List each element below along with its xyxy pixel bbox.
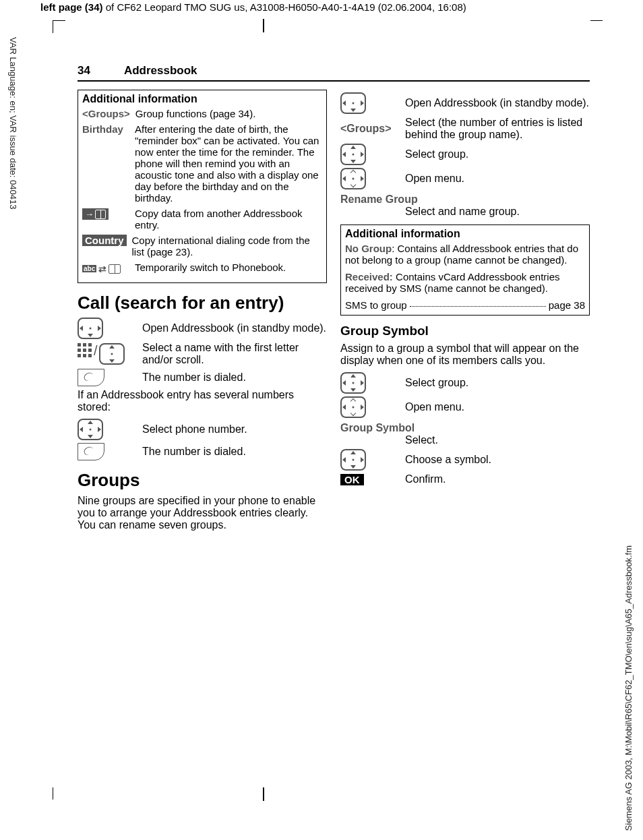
step-row: The number is dialed.: [78, 369, 327, 386]
info-val: Group functions (page 34).: [135, 108, 322, 119]
step-row: The number is dialed.: [78, 443, 327, 460]
step-text: Open menu.: [405, 173, 590, 185]
groups-paragraph: Nine groups are specified in your phone …: [78, 495, 327, 531]
heading-call-search: Call (search for an entry): [78, 293, 327, 313]
info-val: Temporarily switch to Phonebook.: [135, 262, 322, 273]
step-row: <Groups> Select (the number of entries i…: [340, 117, 590, 141]
step-text: Select group.: [405, 148, 590, 160]
additional-info-box-left: Additional information <Groups> Group fu…: [78, 90, 327, 283]
nav-updown-icon: [340, 144, 394, 165]
call-key-icon: [78, 443, 131, 460]
step-row: OK Confirm.: [340, 473, 590, 485]
box-title: Additional information: [82, 93, 322, 105]
heading-groups: Groups: [78, 470, 327, 491]
info-paragraph: No Group: Contains all Addressbook entri…: [345, 243, 585, 266]
step-row: Open Addressbook (in standby mode).: [340, 92, 590, 114]
call-key-icon: [78, 369, 131, 386]
box-title: Additional information: [345, 228, 585, 240]
doc-header: left page (34) of CF62 Leopard TMO SUG u…: [40, 1, 466, 13]
ok-badge: OK: [340, 474, 394, 485]
additional-info-box-right: Additional information No Group: Contain…: [340, 224, 590, 316]
group-symbol-select: Select.: [405, 434, 590, 446]
info-row: Country Copy international dialing code …: [82, 235, 322, 258]
crop-mark-bl: [53, 787, 65, 800]
page-title: Addressbook: [124, 64, 197, 78]
sms-right: page 38: [549, 299, 585, 311]
step-text: Select group.: [405, 377, 590, 389]
step-text: Select phone number.: [142, 423, 327, 436]
nav-all-icon: [340, 449, 394, 471]
step-text: Open Addressbook (in standby mode).: [142, 322, 327, 334]
groups-label: <Groups>: [340, 123, 394, 135]
keypad-nav-icon: /: [78, 343, 131, 365]
tick-mark: [263, 787, 264, 801]
step-row: Open menu.: [340, 396, 590, 418]
sms-left: SMS to group: [345, 299, 407, 311]
leader-dots: [410, 306, 546, 307]
info-row: Birthday After entering the date of birt…: [82, 123, 322, 204]
info-row: abc⇄ Temporarily switch to Phonebook.: [82, 262, 322, 274]
info-paragraph: Received: Contains vCard Addressbook ent…: [345, 271, 585, 294]
sms-to-group-line: SMS to group page 38: [345, 299, 585, 311]
group-symbol-paragraph: Assign to a group a symbol that will app…: [340, 342, 590, 367]
info-val: Copy data from another Addressbook entry…: [135, 208, 322, 231]
rename-group-label: Rename Group: [340, 193, 590, 206]
step-text: Select (the number of entries is listed …: [405, 117, 590, 141]
info-row: <Groups> Group functions (page 34).: [82, 108, 322, 119]
step-text: Select a name with the first letter and/…: [142, 342, 327, 366]
info-key-groups: <Groups>: [82, 108, 130, 119]
step-row: Select phone number.: [78, 419, 327, 440]
step-row: Open Addressbook (in standby mode).: [78, 318, 327, 339]
rename-group-text: Select and name group.: [405, 206, 590, 218]
swap-book-icon: abc⇄: [82, 262, 129, 274]
nav-open-icon: [340, 168, 394, 189]
nav-down-icon: [78, 318, 131, 339]
doc-header-rest: of CF62 Leopard TMO SUG us, A31008-H6050…: [103, 1, 466, 13]
group-symbol-label: Group Symbol: [340, 422, 590, 434]
step-text: Open Addressbook (in standby mode).: [405, 97, 590, 109]
step-row: Open menu.: [340, 168, 590, 189]
step-row: / Select a name with the first letter an…: [78, 342, 327, 366]
copy-to-book-icon: →: [82, 208, 129, 220]
step-row: Select group.: [340, 372, 590, 394]
received-label: Received:: [345, 271, 393, 282]
info-val: After entering the date of birth, the "r…: [135, 123, 322, 204]
step-row: Choose a symbol.: [340, 449, 590, 471]
heading-group-symbol: Group Symbol: [340, 324, 590, 338]
info-key-birthday: Birthday: [82, 123, 129, 135]
nav-open-icon: [340, 396, 394, 418]
step-text: Confirm.: [405, 473, 590, 485]
nav-down-icon: [340, 92, 394, 114]
sidebar-left-text: VAR Language: en; VAR issue date: 040413: [8, 37, 18, 209]
no-group-label: No Group: [345, 243, 392, 254]
crop-mark-tr: [590, 20, 603, 33]
step-text: The number is dialed.: [142, 446, 327, 458]
info-row: → Copy data from another Addressbook ent…: [82, 208, 322, 231]
sidebar-right-text: Siemens AG 2003, M:\Mobil\R65\CF62_TMO\e…: [623, 545, 634, 831]
step-text: The number is dialed.: [142, 371, 327, 384]
call-note: If an Addressbook entry has several numb…: [78, 389, 327, 413]
step-row: Select group.: [340, 144, 590, 165]
info-val: Copy international dialing code from the…: [132, 235, 323, 258]
step-text: Open menu.: [405, 401, 590, 413]
step-text: Choose a symbol.: [405, 454, 590, 466]
page-header: 34 Addressbook: [78, 64, 590, 82]
crop-mark-tl: [53, 20, 65, 33]
nav-updown-icon: [78, 419, 131, 440]
tick-mark: [263, 19, 264, 32]
doc-header-prefix: left page (34): [40, 1, 103, 13]
info-key-country: Country: [82, 235, 127, 246]
page-number: 34: [78, 64, 90, 78]
nav-updown-icon: [340, 372, 394, 394]
